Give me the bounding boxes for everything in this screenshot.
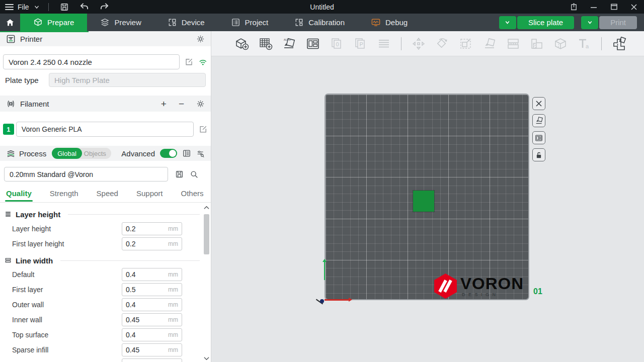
logo-title: VORON xyxy=(460,276,524,291)
layers-stack-button[interactable] xyxy=(374,34,393,53)
scroll-down-arrow[interactable] xyxy=(204,355,209,362)
save-button[interactable] xyxy=(57,1,72,13)
move-button[interactable] xyxy=(409,34,428,53)
add-object-button[interactable] xyxy=(232,34,252,53)
outer-wall-line-width-input[interactable]: 0.4mm xyxy=(122,298,182,311)
setting-unit: mm xyxy=(168,240,178,247)
text-icon: a xyxy=(577,37,591,50)
close-button[interactable] xyxy=(624,0,644,14)
home-button[interactable] xyxy=(0,14,20,31)
plate-type-select[interactable]: High Temp Plate xyxy=(49,73,206,87)
print-dropdown-button[interactable] xyxy=(581,16,598,29)
assembly-button[interactable] xyxy=(609,34,628,53)
printer-preset-select[interactable]: Voron 2.4 250 0.4 nozzle xyxy=(3,54,180,69)
scrollbar-track[interactable] xyxy=(203,211,210,355)
maximize-button[interactable] xyxy=(604,0,624,14)
rotate-button[interactable] xyxy=(433,34,452,53)
orient-plate-button[interactable] xyxy=(532,114,545,127)
slice-split-button: Slice plate xyxy=(499,16,574,29)
printer-settings-gear-icon[interactable] xyxy=(196,35,205,43)
device-icon xyxy=(168,18,177,27)
move-icon xyxy=(412,37,426,50)
add-plate-button[interactable] xyxy=(256,34,275,53)
tab-device[interactable]: Device xyxy=(154,14,218,31)
inner-wall-line-width-input[interactable]: 0.45mm xyxy=(122,313,182,326)
arrange-plate-button[interactable] xyxy=(532,131,545,144)
filament-section-header: Filament + − xyxy=(0,96,211,112)
advanced-toggle[interactable] xyxy=(160,149,177,158)
paste-button[interactable]: P xyxy=(351,34,370,53)
tab-preview[interactable]: Preview xyxy=(87,14,154,31)
parameter-table-icon[interactable] xyxy=(182,149,191,158)
edit-filament-icon[interactable] xyxy=(199,125,208,134)
first-layer-height-input[interactable]: 0.2mm xyxy=(122,237,182,250)
add-text-button[interactable]: a xyxy=(575,34,594,53)
build-plate[interactable]: VORON DESIGN xyxy=(325,94,529,300)
delete-plate-button[interactable] xyxy=(532,97,545,110)
mesh-boolean-button[interactable] xyxy=(551,34,570,53)
search-settings-icon[interactable] xyxy=(196,149,205,158)
search-preset-icon[interactable] xyxy=(190,170,199,179)
tab-quality[interactable]: Quality xyxy=(6,187,32,202)
viewport-3d[interactable]: AUTO 0 P a VORON DESIGN 01 xyxy=(211,31,644,362)
title-bar: File Untitled xyxy=(0,0,644,14)
printer-section-title: Printer xyxy=(20,35,42,43)
upload-icon xyxy=(570,3,578,11)
print-button[interactable]: Print xyxy=(599,16,637,29)
lock-plate-button[interactable] xyxy=(532,148,545,161)
sparse-infill-line-width-input[interactable]: 0.45mm xyxy=(122,343,182,356)
file-menu[interactable]: File xyxy=(5,3,40,12)
process-preset-select[interactable]: 0.20mm Standard @Voron xyxy=(4,167,168,182)
tab-support[interactable]: Support xyxy=(136,187,163,202)
lay-on-face-button[interactable] xyxy=(480,34,499,53)
tab-prepare[interactable]: Prepare xyxy=(20,14,87,31)
copy-button[interactable]: 0 xyxy=(327,34,346,53)
minimize-button[interactable] xyxy=(584,0,604,14)
tab-project[interactable]: Project xyxy=(218,14,282,31)
redo-button[interactable] xyxy=(97,1,112,13)
tab-others[interactable]: Others xyxy=(181,187,204,202)
tab-strength[interactable]: Strength xyxy=(50,187,78,202)
cut-button[interactable] xyxy=(504,34,523,53)
support-paint-button[interactable] xyxy=(527,34,546,53)
tab-calibration[interactable]: Calibration xyxy=(281,14,358,31)
next-setting-input[interactable] xyxy=(122,358,182,362)
setting-row: Default 0.4mm xyxy=(0,267,211,282)
upload-button[interactable] xyxy=(564,0,584,14)
auto-orient-icon: AUTO xyxy=(282,37,296,50)
layer-height-input[interactable]: 0.2mm xyxy=(122,222,182,235)
group-title: Line width xyxy=(16,256,53,265)
scale-button[interactable] xyxy=(456,34,475,53)
setting-row: Layer height 0.2mm xyxy=(0,221,211,236)
setting-value: 0.5 xyxy=(126,286,135,294)
active-tab-accent xyxy=(0,31,89,32)
filament-preset-select[interactable]: Voron Generic PLA xyxy=(16,122,194,137)
remove-filament-button[interactable]: − xyxy=(179,99,184,109)
tab-debug[interactable]: Debug xyxy=(358,14,421,31)
scope-global-option[interactable]: Global xyxy=(52,148,82,159)
filament-settings-gear-icon[interactable] xyxy=(196,100,205,108)
process-scope-toggle[interactable]: Global Objects xyxy=(52,148,111,159)
top-surface-line-width-input[interactable]: 0.4mm xyxy=(122,328,182,341)
first-layer-line-width-input[interactable]: 0.5mm xyxy=(122,283,182,296)
model-cube[interactable] xyxy=(413,191,434,212)
setting-label: Layer height xyxy=(12,225,51,233)
wifi-connected-icon[interactable] xyxy=(198,58,208,66)
add-filament-button[interactable]: + xyxy=(161,99,167,109)
tab-speed[interactable]: Speed xyxy=(97,187,118,202)
scroll-up-arrow[interactable] xyxy=(204,204,209,211)
slice-plate-button[interactable]: Slice plate xyxy=(517,16,574,29)
mesh-boolean-icon xyxy=(553,37,568,50)
arrange-button[interactable] xyxy=(303,34,323,53)
save-preset-icon[interactable] xyxy=(175,170,184,178)
plate-type-label: Plate type xyxy=(0,76,49,84)
slice-dropdown-button[interactable] xyxy=(499,16,516,29)
filament-row: 1 Voron Generic PLA xyxy=(0,122,211,137)
scrollbar-thumb[interactable] xyxy=(204,214,209,254)
edit-printer-icon[interactable] xyxy=(185,57,194,66)
undo-button[interactable] xyxy=(77,1,92,13)
scope-objects-option[interactable]: Objects xyxy=(82,150,111,157)
default-line-width-input[interactable]: 0.4mm xyxy=(122,268,182,281)
auto-orient-button[interactable]: AUTO xyxy=(280,34,299,53)
settings-scrollbar[interactable] xyxy=(203,204,210,362)
